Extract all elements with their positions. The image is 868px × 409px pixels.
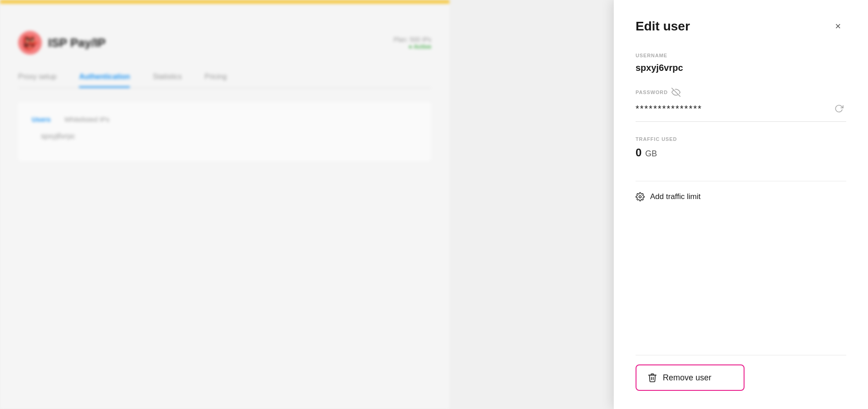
traffic-number: 0 xyxy=(636,146,641,159)
username-value: spxyj6vrpc xyxy=(636,63,846,73)
add-traffic-limit-button[interactable]: Add traffic limit xyxy=(636,192,846,201)
remove-user-label: Remove user xyxy=(663,373,711,383)
panel-title: Edit user xyxy=(636,19,690,34)
password-value: *************** xyxy=(636,104,702,114)
panel-header: Edit user × xyxy=(636,18,846,35)
background-panel: 👺 ISP Pay/IP Plan: 500 IPs ● Active Prox… xyxy=(0,0,449,409)
edit-user-panel: Edit user × USERNAME spxyj6vrpc PASSWORD… xyxy=(614,0,868,409)
refresh-password-button[interactable] xyxy=(832,101,846,116)
status-active: ● Active xyxy=(394,43,431,50)
traffic-unit: GB xyxy=(645,149,657,159)
sub-tab-users[interactable]: Users xyxy=(32,115,51,123)
password-row: *************** xyxy=(636,101,846,122)
username-section: USERNAME spxyj6vrpc xyxy=(636,53,846,73)
remove-user-section: Remove user xyxy=(636,355,846,391)
plan-text: Plan: 500 IPs xyxy=(394,36,431,43)
top-bar xyxy=(0,0,449,4)
brand-logo: 👺 xyxy=(18,31,42,55)
gear-icon xyxy=(636,192,645,201)
brand-name: ISP Pay/IP xyxy=(48,36,106,50)
trash-icon xyxy=(647,373,657,383)
nav-tabs: Proxy setup Authentication Statistics Pr… xyxy=(18,73,431,88)
user-row: spxyj6vrpc xyxy=(32,132,418,140)
traffic-used-section: TRAFFIC USED 0 GB xyxy=(636,136,846,159)
close-button[interactable]: × xyxy=(830,18,846,35)
spacer xyxy=(636,201,846,355)
divider-1 xyxy=(636,181,846,181)
sub-tabs: Users Whitelisted IPs xyxy=(32,115,418,123)
traffic-value-row: 0 GB xyxy=(636,146,846,159)
add-traffic-limit-label: Add traffic limit xyxy=(650,192,700,201)
password-section: PASSWORD *************** xyxy=(636,88,846,122)
remove-user-button[interactable]: Remove user xyxy=(636,364,745,391)
sub-tab-whitelisted-ips[interactable]: Whitelisted IPs xyxy=(64,115,109,123)
tab-authentication[interactable]: Authentication xyxy=(79,73,130,88)
eye-off-icon xyxy=(671,88,681,97)
brand-meta: Plan: 500 IPs ● Active xyxy=(394,36,431,50)
user-entry: spxyj6vrpc xyxy=(41,132,75,140)
svg-point-1 xyxy=(639,196,641,198)
tab-pricing[interactable]: Pricing xyxy=(205,73,227,88)
tab-statistics[interactable]: Statistics xyxy=(153,73,182,88)
tab-proxy-setup[interactable]: Proxy setup xyxy=(18,73,56,88)
password-label: PASSWORD xyxy=(636,88,846,97)
username-label: USERNAME xyxy=(636,53,846,58)
traffic-used-label: TRAFFIC USED xyxy=(636,136,846,142)
sub-section: Users Whitelisted IPs spxyj6vrpc xyxy=(18,102,431,161)
